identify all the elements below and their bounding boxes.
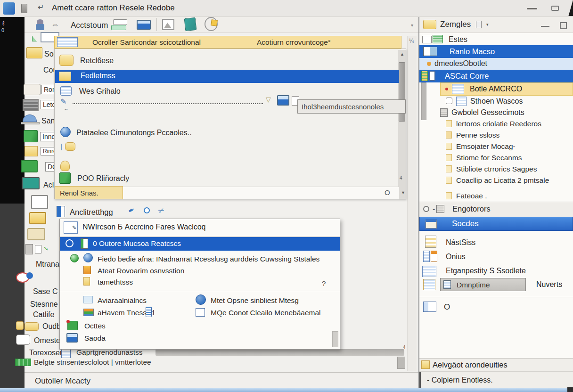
restore-icon[interactable] xyxy=(551,6,559,11)
tree-sub-row[interactable]: Stibliote ctrrorics Sagpes xyxy=(419,163,573,175)
taskbar-strip xyxy=(0,17,25,204)
tree-sub-row[interactable]: lertoros criolatie Reederos xyxy=(419,118,573,130)
sidebar-item-sasec[interactable]: Sase C xyxy=(33,287,57,296)
flower-icon[interactable] xyxy=(60,161,70,171)
sidebar-item-torexosen[interactable]: Torexosen xyxy=(29,349,64,357)
green-book-icon[interactable] xyxy=(24,130,38,142)
menu-item-poo[interactable]: POO Rliñoracly xyxy=(77,174,129,183)
dialog-green-row[interactable]: Octtes xyxy=(84,322,106,330)
engotorors-row[interactable]: Engotorors xyxy=(419,202,573,217)
section-anclitretthgg[interactable]: Anclitretthgg xyxy=(70,208,113,217)
tree-sub-row[interactable]: Penne ssloss xyxy=(419,130,573,141)
window-separator[interactable] xyxy=(418,17,419,388)
report-tab[interactable]: Renol Snas. xyxy=(55,186,123,199)
dialog-scroll-notch[interactable] xyxy=(332,331,338,347)
send-arrow-icon[interactable] xyxy=(51,20,59,30)
yellow-folder-icon[interactable] xyxy=(29,212,46,224)
sidebar-item-stesnne[interactable]: Stesnne xyxy=(30,300,58,309)
collapse-box-icon[interactable] xyxy=(476,21,482,28)
yellow-pages-icon[interactable] xyxy=(25,146,38,156)
circle-marker-icon[interactable] xyxy=(144,207,150,213)
menu-acctstoum[interactable]: Acctstoum xyxy=(71,21,108,30)
sidebar-item-omeste[interactable]: Omeste xyxy=(34,336,60,345)
tree-sub-row[interactable]: Stiome for Secanms xyxy=(419,152,573,163)
pencil-icon[interactable] xyxy=(60,97,66,106)
socdes-item-etgan[interactable]: Etganpestity S Ssodlete xyxy=(446,267,526,275)
sidebar-item-catlife[interactable]: Catlife xyxy=(33,310,54,319)
dmnptime-button[interactable]: Dmnptime xyxy=(440,278,526,291)
tree-row-dmeoles[interactable]: dmeolesObotlet xyxy=(419,58,573,70)
socdes-header[interactable]: Socdes xyxy=(419,217,573,231)
dialog-selected-row[interactable]: 0 Outore Mucsoa Reatcscs xyxy=(60,237,340,251)
botle-table-icon xyxy=(452,84,464,94)
minimize-icon[interactable] xyxy=(527,8,537,9)
panel-minimize-icon[interactable] xyxy=(541,26,549,27)
bottom-row-belgte[interactable]: Belgte stnsentescloloot | vmtterlotee xyxy=(34,358,151,367)
combo-dropdown-icon[interactable] xyxy=(401,190,405,195)
tree-row-botle[interactable]: Botle AMCRCO xyxy=(440,82,573,96)
monitor-icon[interactable] xyxy=(137,20,151,30)
tree-row-ranlo[interactable]: Ranlo Macso xyxy=(419,45,573,58)
panel-footer-2-label: - Colpiern Enotless. xyxy=(427,376,493,384)
dialog-orange-row[interactable]: Ateat Rovoarim osnvsstion xyxy=(98,267,184,275)
socdes-item-onius[interactable]: Onius xyxy=(446,253,466,261)
panel-maximize-icon[interactable] xyxy=(560,22,567,29)
socdes-item-nast[interactable]: NástSiss xyxy=(446,238,475,247)
hscroll-thumb[interactable] xyxy=(397,357,405,369)
grid-r1c1[interactable]: Aviaraalnialncs xyxy=(98,296,147,305)
funnel-icon[interactable] xyxy=(266,96,271,103)
tree-sub-row[interactable]: Fateoae . xyxy=(419,190,573,202)
panel-footer-1[interactable]: Aelvgäot arondeuities xyxy=(419,358,573,371)
tree-row-gwbolel[interactable]: Gwbolel Gessecimots xyxy=(419,107,573,118)
tan-document-icon[interactable] xyxy=(27,228,45,240)
tree-row-sthoen[interactable]: Sthoen Wascos xyxy=(419,96,573,107)
speech-bubble-icon[interactable] xyxy=(65,142,75,151)
tree-sub-row[interactable]: Coacllip ac Licatta 2 pmtsale xyxy=(419,175,573,186)
main-scroll-track[interactable] xyxy=(407,36,417,371)
teal-tv-icon[interactable] xyxy=(22,177,40,189)
ascat-green-icon xyxy=(421,71,428,81)
dialog-divider xyxy=(60,291,340,291)
user-icon[interactable] xyxy=(37,19,43,24)
painting-icon[interactable] xyxy=(24,84,41,95)
menu-item-wes[interactable]: Wes Grihalo xyxy=(79,87,121,96)
menu-item-retclese[interactable]: Retcl6ese xyxy=(80,57,114,65)
small-monitor-icon[interactable] xyxy=(277,95,289,106)
undo-icon[interactable] xyxy=(38,3,44,12)
grid-r2c2[interactable]: MQe Conot Cleailo Menebäaemal xyxy=(211,309,320,317)
grid-r1c2[interactable]: Mtet Opsne sinbliest Mtesg xyxy=(211,296,299,305)
document-icon[interactable] xyxy=(31,195,48,209)
tree-item-estes[interactable]: Estes xyxy=(449,35,467,44)
tree-row-ascat[interactable]: ASCat Corre xyxy=(419,70,573,82)
dialog-long-row[interactable]: Fiedo bedie afna: INadnanrat Rcesslusg a… xyxy=(98,255,319,263)
sidebar-item-mtrana[interactable]: Mtrana xyxy=(36,260,59,269)
table-icon xyxy=(57,37,78,47)
menu-item-fedletmss-row[interactable]: Fedletmss xyxy=(55,70,399,83)
sub-item-icon xyxy=(446,143,452,150)
radio-icon[interactable] xyxy=(65,239,74,247)
page-icon[interactable] xyxy=(35,245,41,253)
drawer-icon[interactable] xyxy=(113,19,127,25)
dialog-yellow-row[interactable]: tamethtsss xyxy=(98,278,133,286)
filter-input[interactable]: Ihol3heemdustcesnonoles xyxy=(297,99,406,114)
folder-stack-icon[interactable] xyxy=(26,47,42,58)
menu-item-ptataelee[interactable]: Ptataelee Cimunotongs Pccaoles.. xyxy=(76,129,192,137)
notebook-icon[interactable] xyxy=(184,17,197,31)
doc-blue-icon xyxy=(196,308,205,317)
panel-chevron-icon[interactable] xyxy=(486,22,489,27)
horizontal-scrollbar[interactable] xyxy=(156,349,404,356)
clipboard-icon[interactable] xyxy=(21,4,27,13)
dialog-help[interactable]: ? xyxy=(322,279,326,287)
tiny-mark-glyph: 4 xyxy=(400,175,402,180)
green-tv-icon[interactable] xyxy=(21,160,38,172)
app-icon[interactable] xyxy=(3,2,15,15)
grey-box-icon[interactable] xyxy=(25,244,33,254)
socdes-item-o[interactable]: O xyxy=(444,302,450,312)
dialog-blue-row[interactable]: Saoda xyxy=(84,334,106,343)
tree-sub-row[interactable]: Emsojater Mocag- xyxy=(419,141,573,152)
device-icon[interactable] xyxy=(23,99,39,111)
scroll-up-icon[interactable] xyxy=(400,52,404,57)
checkbox-icon[interactable] xyxy=(446,98,452,104)
sthoen-doc-icon xyxy=(456,97,467,106)
toolbar-chevron-icon[interactable] xyxy=(411,23,413,28)
